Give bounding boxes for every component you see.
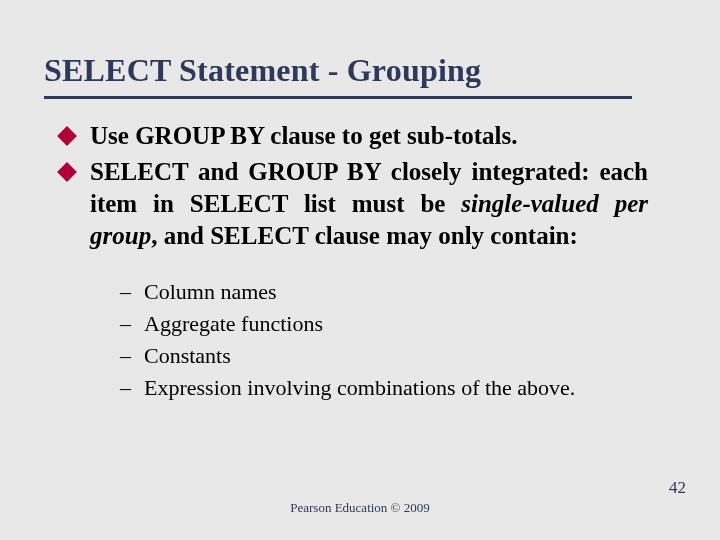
dash-icon: – [120,340,131,372]
dash-icon: – [120,308,131,340]
slide-body: Use GROUP BY clause to get sub-totals. S… [58,120,648,404]
sub-bullet-text: Column names [144,279,277,304]
sub-bullet-list: – Column names – Aggregate functions – C… [120,276,648,404]
page-number: 42 [669,478,686,498]
slide: SELECT Statement - Grouping Use GROUP BY… [0,0,720,540]
dash-icon: – [120,276,131,308]
sub-bullet-text: Aggregate functions [144,311,323,336]
bullet-text-segment: , and SELECT clause may only contain: [151,222,578,249]
bullet-text: Use GROUP BY clause to get sub-totals. [90,122,518,149]
footer-text: Pearson Education © 2009 [0,500,720,516]
bullet-level2: – Constants [120,340,648,372]
sub-bullet-text: Constants [144,343,231,368]
bullet-level2: – Expression involving combinations of t… [120,372,648,404]
diamond-icon [57,162,77,182]
bullet-level2: – Column names [120,276,648,308]
bullet-level2: – Aggregate functions [120,308,648,340]
sub-bullet-text: Expression involving combinations of the… [144,375,575,400]
dash-icon: – [120,372,131,404]
title-underline [44,96,632,99]
bullet-level1: SELECT and GROUP BY closely integrated: … [58,156,648,252]
slide-title: SELECT Statement - Grouping [44,52,481,89]
diamond-icon [57,126,77,146]
bullet-level1: Use GROUP BY clause to get sub-totals. [58,120,648,152]
